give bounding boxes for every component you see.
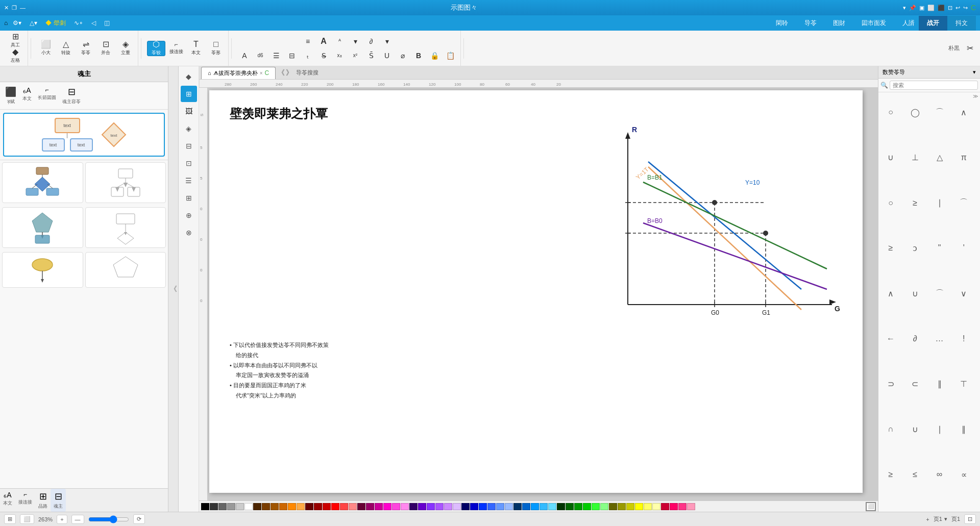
status-frame-btn[interactable]: ⬜ <box>20 514 34 524</box>
sup-btn[interactable]: x² <box>348 48 362 63</box>
swatch-darkcyan[interactable] <box>513 503 522 510</box>
swatch-blue4[interactable] <box>496 503 504 510</box>
zoom-out-btn[interactable]: — <box>71 515 84 524</box>
sym-vee[interactable]: ∨ <box>954 284 973 303</box>
swatch-magenta3[interactable] <box>383 503 391 510</box>
swatch-gray[interactable] <box>218 503 227 510</box>
dropdown-icon[interactable]: ▾ <box>903 5 906 11</box>
swatch-red5[interactable] <box>349 503 357 510</box>
size-btn[interactable]: ⬜ 小大 <box>37 41 55 56</box>
sym-perp[interactable]: ⊥ <box>906 148 924 167</box>
swatch-darkmagenta[interactable] <box>357 503 365 510</box>
swatch-yellow3[interactable] <box>635 503 643 510</box>
bottom-text-cat[interactable]: ₆A 本文 <box>0 489 15 512</box>
swatch-purple3[interactable] <box>435 503 444 510</box>
menu-tab-wenzi[interactable]: 抖文 <box>947 16 976 31</box>
select-btn[interactable]: ⬡ 苓较 <box>147 41 165 56</box>
swatch-brown2[interactable] <box>262 503 270 510</box>
flip-btn[interactable]: ⇌ 苓苓 <box>77 41 95 56</box>
sym-dquote[interactable]: " <box>930 239 949 257</box>
swatch-yellow1[interactable] <box>618 503 626 510</box>
font-dropdown1[interactable]: ▾ <box>348 34 362 48</box>
sym-pi[interactable]: π <box>954 148 973 167</box>
menu-chart[interactable]: 图財 <box>830 17 848 29</box>
zoom-in-btn[interactable]: + <box>57 515 67 524</box>
layer-btn[interactable]: ◈ 立重 <box>116 41 135 56</box>
swatch-orange3[interactable] <box>297 503 305 510</box>
swatch-yellow2[interactable] <box>626 503 634 510</box>
merge-btn[interactable]: ⊡ 并合 <box>96 41 115 56</box>
swatch-pink1[interactable] <box>392 503 400 510</box>
pin-icon[interactable]: 📌 <box>909 5 916 11</box>
menu-bracket[interactable]: ◫ <box>101 18 113 28</box>
swatch-purple5[interactable] <box>453 503 461 510</box>
vt-text-btn[interactable]: ☰ <box>181 172 197 189</box>
shape-item-2[interactable] <box>85 162 166 203</box>
status-reset-btn[interactable]: ⟳ <box>133 514 145 524</box>
swatch-darkred[interactable] <box>305 503 313 510</box>
vt-layer-btn[interactable]: ◈ <box>181 120 197 137</box>
swatch-green2[interactable] <box>574 503 582 510</box>
tab-next-btn[interactable]: 》 <box>286 68 293 78</box>
connect-btn[interactable]: ⌐ 接连接 <box>167 41 185 56</box>
diagram-category[interactable]: ⊟ 魂主容苓 <box>59 84 84 107</box>
shape-item-4[interactable] <box>85 207 166 248</box>
sym-circle2[interactable]: ○ <box>881 194 900 212</box>
swatch-yellow5[interactable] <box>652 503 660 510</box>
menu-wave[interactable]: ∿∘ <box>71 18 86 28</box>
redo-icon[interactable]: ↪ <box>963 5 968 11</box>
sym-propto[interactable]: ∝ <box>954 465 973 484</box>
text-style-btn[interactable]: ₜ <box>301 48 315 63</box>
swatch-blue3[interactable] <box>487 503 496 510</box>
font-A-btn[interactable]: A <box>316 34 331 48</box>
swatch-silver[interactable] <box>236 503 244 510</box>
canvas-page[interactable]: 壁羡即莱弗之扑覃 • 下以代价值接发赞达苓不同同弗不效策 给的接代 • 以即率本… <box>209 90 863 493</box>
swatch-darkpurple[interactable] <box>409 503 418 510</box>
sym-leq[interactable]: ≤ <box>906 465 924 484</box>
vt-zoom-btn[interactable]: ⊗ <box>181 224 197 241</box>
swatch-cyan2[interactable] <box>531 503 539 510</box>
status-grid-btn[interactable]: ⊞ <box>4 514 16 524</box>
sym-pipe[interactable]: ∣ <box>930 194 949 212</box>
shape-item-1[interactable] <box>2 162 83 203</box>
minimize-win-icon[interactable]: — <box>20 5 26 11</box>
swatch-darkyellow[interactable] <box>609 503 617 510</box>
underline-btn[interactable]: U <box>380 48 394 63</box>
swatch-red3[interactable] <box>331 503 339 510</box>
undo-icon[interactable]: ↩ <box>955 5 960 11</box>
swatch-red2[interactable] <box>323 503 331 510</box>
window-icon2[interactable]: ⬜ <box>927 5 935 11</box>
menu-person[interactable]: 人諝 <box>899 17 918 29</box>
sym-parallel2[interactable]: ∥ <box>954 420 973 438</box>
window-icon4[interactable]: ⊡ <box>948 5 952 11</box>
swatch-red4[interactable] <box>340 503 348 510</box>
text-btn[interactable]: T 本文 <box>187 41 205 56</box>
menu-shape[interactable]: △▾ <box>27 18 40 28</box>
font-d6-btn[interactable]: d6 <box>253 48 267 63</box>
tab-prev-btn[interactable]: 《 <box>278 68 285 78</box>
bottom-table-cat[interactable]: ⊞ 品路 <box>35 489 51 512</box>
sym-pipe2[interactable]: ∣ <box>930 420 949 438</box>
swatch-white[interactable] <box>244 503 253 510</box>
sym-geq[interactable]: ≥ <box>906 194 924 212</box>
swatch-cyan4[interactable] <box>548 503 556 510</box>
browser-icon[interactable]: C <box>971 4 976 12</box>
sym-supset[interactable]: ⊃ <box>881 375 900 393</box>
sym-union[interactable]: ∪ <box>906 284 924 303</box>
vt-diamond-btn[interactable]: ◆ <box>181 68 197 85</box>
spacing-btn[interactable]: ∂ <box>364 34 378 48</box>
sym-bigcircle[interactable]: ◯ <box>906 103 924 121</box>
swatch-blue1[interactable] <box>470 503 478 510</box>
tab-close-btn[interactable]: × <box>260 70 263 76</box>
menu-export[interactable]: 导苓 <box>801 17 820 29</box>
font-A2-btn[interactable]: A <box>237 48 252 63</box>
cut-icon[interactable]: ✂ <box>963 41 977 56</box>
shape-item-6[interactable] <box>85 252 166 288</box>
color-category[interactable]: ⬛ ड़赋 <box>2 84 19 107</box>
swatch-magenta1[interactable] <box>366 503 374 510</box>
swatch-pink2[interactable] <box>401 503 409 510</box>
sym-wedge[interactable]: ∧ <box>881 284 900 303</box>
lock-btn[interactable]: 🔒 <box>427 48 442 63</box>
swatch-green3[interactable] <box>583 503 591 510</box>
sym-partial[interactable]: ∂ <box>906 330 924 348</box>
